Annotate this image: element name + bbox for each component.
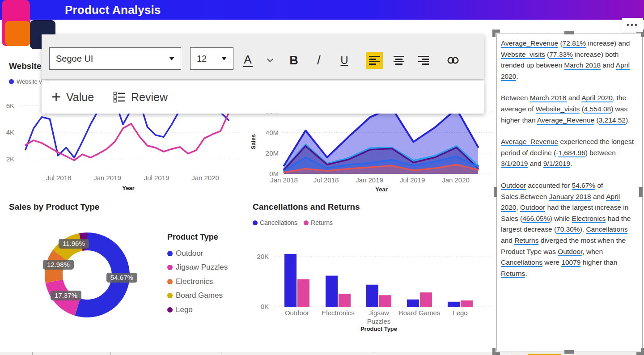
resize-handle-top-center[interactable] xyxy=(564,31,574,34)
legend-item-cancellations[interactable]: Cancellations xyxy=(253,219,297,226)
logo-orange-square xyxy=(5,21,30,46)
font-size-select[interactable]: 12 xyxy=(190,47,233,70)
resize-handle-middle-left[interactable] xyxy=(494,187,497,197)
svg-text:20M: 20M xyxy=(266,149,279,157)
donut-label-jigsaw: 17.37% xyxy=(51,291,81,300)
narrative-paragraph: Outdoor accounted for 54.67% of Sales.Be… xyxy=(501,180,638,279)
resize-handle-bottom-right[interactable] xyxy=(636,348,644,355)
svg-text:Electronics: Electronics xyxy=(322,309,354,317)
legend-item-board-games[interactable]: Board Games xyxy=(167,289,228,303)
divider-tick xyxy=(221,352,221,355)
svg-text:20K: 20K xyxy=(257,253,269,260)
underline-button[interactable]: U xyxy=(336,52,353,69)
more-options-button[interactable]: ••• xyxy=(622,18,643,32)
legend-dot xyxy=(167,279,173,284)
font-color-icon: A xyxy=(243,54,252,67)
smart-narrative-visual[interactable]: Average_Revenue (72.81% increase) and We… xyxy=(496,34,643,351)
legend-label: Jigsaw Puzzles xyxy=(176,263,228,272)
divider-tick xyxy=(510,352,510,355)
review-list-icon xyxy=(113,91,126,103)
bold-icon: B xyxy=(289,54,298,68)
italic-icon: / xyxy=(317,53,321,68)
legend-dot xyxy=(9,79,14,84)
donut-label-outdoor: 54.67% xyxy=(106,273,137,283)
legend-label: Board Games xyxy=(176,291,223,300)
legend-dot xyxy=(167,293,173,298)
align-center-button[interactable] xyxy=(390,52,407,69)
report-canvas: Product Analysis Website visits Website … xyxy=(0,0,644,355)
resize-handle-bottom-center[interactable] xyxy=(564,350,574,354)
narrative-paragraph: Between March 2018 and April 2020, the a… xyxy=(501,93,638,126)
align-center-icon xyxy=(394,56,404,65)
svg-text:Jigsaw: Jigsaw xyxy=(369,309,389,317)
svg-text:Jul 2019: Jul 2019 xyxy=(144,174,169,182)
narrative-value-toolbar: + Value Review xyxy=(42,80,484,114)
svg-text:Jan 2018: Jan 2018 xyxy=(270,176,298,184)
align-right-button[interactable] xyxy=(415,52,432,69)
legend-label: Outdoor xyxy=(176,249,203,258)
legend-label: Electronics xyxy=(176,277,213,286)
svg-text:40M: 40M xyxy=(266,129,279,136)
review-button[interactable]: Review xyxy=(113,80,168,114)
svg-text:2K: 2K xyxy=(6,155,14,163)
align-left-icon xyxy=(369,56,380,65)
svg-text:Year: Year xyxy=(375,186,387,193)
svg-text:Jan 2020: Jan 2020 xyxy=(191,174,219,182)
svg-text:0K: 0K xyxy=(261,303,269,310)
svg-text:Jul 2018: Jul 2018 xyxy=(46,174,72,182)
font-family-select[interactable]: Segoe UI xyxy=(49,47,181,70)
legend-item-lego[interactable]: Lego xyxy=(167,303,228,317)
bar-chart-title: Cancellations and Returns xyxy=(253,202,360,212)
dropdown-arrow-icon xyxy=(221,57,227,60)
dropdown-arrow-icon xyxy=(169,57,174,60)
svg-text:Jul 2019: Jul 2019 xyxy=(400,176,425,184)
link-icon xyxy=(446,55,460,65)
svg-text:Jan 2020: Jan 2020 xyxy=(442,176,470,184)
report-header: Product Analysis xyxy=(0,0,644,20)
insert-link-button[interactable] xyxy=(445,52,462,69)
resize-handle-middle-right[interactable] xyxy=(639,187,643,197)
italic-button[interactable]: / xyxy=(310,52,327,69)
bar-chart-legend: Cancellations Returns xyxy=(253,219,333,226)
font-size-value: 12 xyxy=(197,54,218,64)
legend-label: Returns xyxy=(311,219,333,226)
narrative-paragraph: Average_Revenue (72.81% increase) and We… xyxy=(501,38,638,82)
legend-dot xyxy=(167,265,173,270)
svg-text:Product Type: Product Type xyxy=(360,325,397,332)
plus-icon: + xyxy=(51,89,61,105)
divider-tick xyxy=(110,352,111,355)
legend-item-jigsaw-puzzles[interactable]: Jigsaw Puzzles xyxy=(167,261,228,275)
legend-item-electronics[interactable]: Electronics xyxy=(167,275,228,289)
donut-label-boardgames: 11.96% xyxy=(59,239,89,249)
font-color-dropdown[interactable] xyxy=(262,52,279,69)
resize-handle-bottom-left[interactable] xyxy=(492,348,500,355)
page-title: Product Analysis xyxy=(65,0,161,20)
text-format-toolbar: Segoe UI 12 A B / U xyxy=(42,34,484,79)
legend-item-outdoor[interactable]: Outdoor xyxy=(167,246,228,261)
narrative-paragraph: Average_Revenue experienced the longest … xyxy=(501,136,638,169)
underline-icon: U xyxy=(340,54,348,67)
review-label: Review xyxy=(131,91,168,104)
add-value-button[interactable]: + Value xyxy=(51,80,94,114)
align-right-icon xyxy=(418,56,429,65)
divider-tick xyxy=(375,352,375,355)
legend-dot xyxy=(167,307,173,313)
svg-text:Year: Year xyxy=(122,185,134,191)
svg-text:Jan 2019: Jan 2019 xyxy=(93,174,121,182)
font-family-value: Segoe UI xyxy=(56,54,165,64)
chevron-down-icon xyxy=(267,56,273,62)
font-color-button[interactable]: A xyxy=(239,52,256,69)
svg-text:Sales: Sales xyxy=(250,134,257,149)
legend-dot xyxy=(253,220,258,225)
legend-dot xyxy=(304,220,309,225)
legend-item-returns[interactable]: Returns xyxy=(304,219,333,226)
svg-text:Board Games: Board Games xyxy=(399,309,441,317)
bold-button[interactable]: B xyxy=(285,52,302,69)
donut-chart-title: Sales by Product Type xyxy=(9,202,99,212)
svg-text:Jul 2018: Jul 2018 xyxy=(314,176,339,184)
align-left-button[interactable] xyxy=(366,52,383,69)
svg-text:Outdoor: Outdoor xyxy=(285,309,309,317)
resize-handle-top-left[interactable] xyxy=(492,30,500,37)
cancellations-returns-bar-chart[interactable]: 0K20KOutdoorElectronicsJigsawPuzzlesBoar… xyxy=(248,197,499,336)
narrative-text[interactable]: Average_Revenue (72.81% increase) and We… xyxy=(501,38,638,290)
